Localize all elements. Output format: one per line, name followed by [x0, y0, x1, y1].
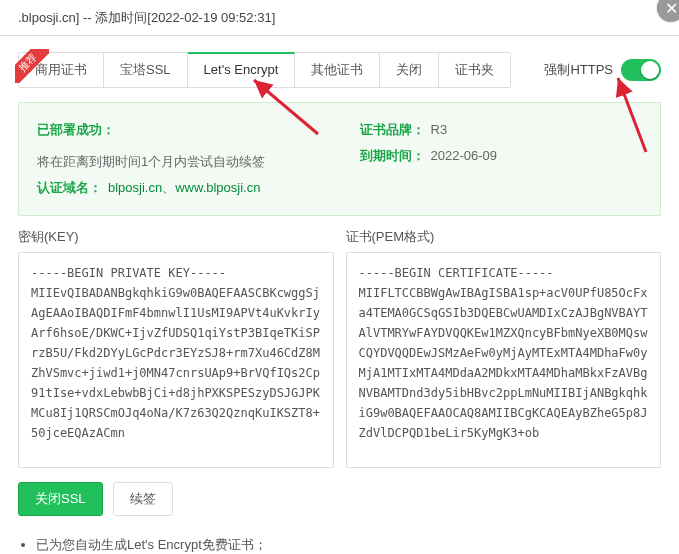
notes-list: 已为您自动生成Let's Encrypt免费证书； 如需使用其他SSL,请切换其… — [18, 536, 661, 554]
key-label: 密钥(KEY) — [18, 228, 334, 246]
tab-other-cert[interactable]: 其他证书 — [295, 53, 380, 87]
renew-button[interactable]: 续签 — [113, 482, 173, 516]
close-ssl-button[interactable]: 关闭SSL — [18, 482, 103, 516]
brand-label: 证书品牌： — [360, 117, 425, 143]
pem-textarea[interactable] — [346, 252, 662, 468]
tab-label: 商用证书 — [35, 62, 87, 77]
tab-lets-encrypt[interactable]: Let's Encrypt — [188, 52, 296, 87]
tab-label: 宝塔SSL — [120, 62, 171, 77]
auth-domain-label: 认证域名： — [37, 175, 102, 201]
tab-close[interactable]: 关闭 — [380, 53, 439, 87]
expire-value: 2022-06-09 — [431, 143, 498, 169]
deploy-status-panel: 已部署成功： 将在距离到期时间1个月内尝试自动续签 认证域名： blposji.… — [18, 102, 661, 216]
close-icon[interactable]: ✕ — [657, 0, 679, 22]
force-https-label: 强制HTTPS — [544, 61, 613, 79]
cert-type-tabs: 推荐 商用证书 宝塔SSL Let's Encrypt 其他证书 关闭 证书夹 — [18, 52, 511, 88]
tab-label: 证书夹 — [455, 62, 494, 77]
deployed-label: 已部署成功： — [37, 117, 115, 143]
tab-label: 其他证书 — [311, 62, 363, 77]
tab-cert-folder[interactable]: 证书夹 — [439, 53, 510, 87]
tab-bt-ssl[interactable]: 宝塔SSL — [104, 53, 188, 87]
brand-value: R3 — [431, 117, 448, 143]
key-textarea[interactable] — [18, 252, 334, 468]
force-https-switch[interactable] — [621, 59, 661, 81]
pem-label: 证书(PEM格式) — [346, 228, 662, 246]
auth-domain-value: blposji.cn、www.blposji.cn — [108, 175, 260, 201]
tab-label: Let's Encrypt — [204, 62, 279, 77]
deployed-text: 将在距离到期时间1个月内尝试自动续签 — [37, 149, 265, 175]
note-item: 已为您自动生成Let's Encrypt免费证书； — [36, 536, 661, 554]
expire-label: 到期时间： — [360, 143, 425, 169]
tab-label: 关闭 — [396, 62, 422, 77]
tab-commercial-cert[interactable]: 推荐 商用证书 — [19, 53, 104, 87]
dialog-title: .blposji.cn] -- 添加时间[2022-02-19 09:52:31… — [18, 9, 275, 27]
